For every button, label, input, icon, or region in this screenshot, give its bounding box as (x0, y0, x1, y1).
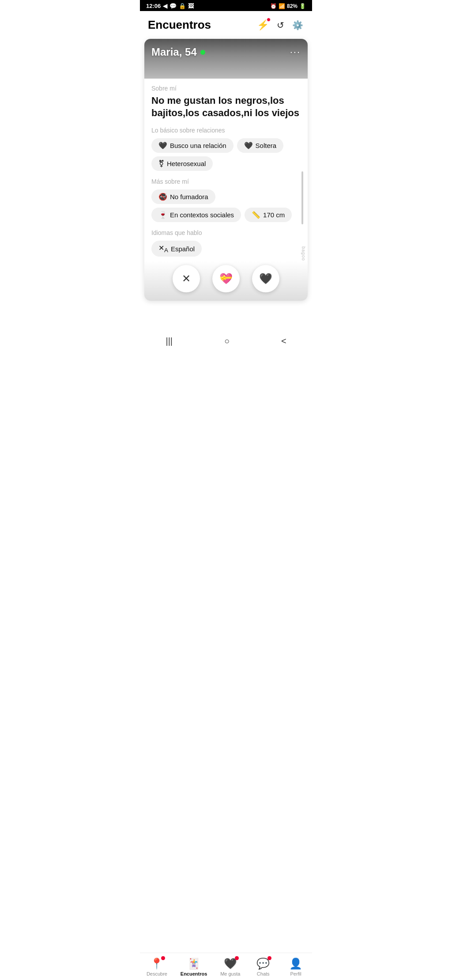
back-button[interactable]: < (281, 336, 286, 346)
time: 12:06 (146, 3, 161, 9)
tag-heterosexual: ⚧ Heterosexual (151, 156, 213, 171)
like-button[interactable]: 🖤 (252, 265, 279, 292)
alarm-icon: ⏰ (270, 3, 277, 9)
ruler-icon: 📏 (252, 211, 260, 219)
app-header: Encuentros ⚡ ↺ ⚙️ (140, 11, 312, 36)
nav-chats[interactable]: 💬 Chats (250, 957, 276, 976)
superlike-button[interactable]: 💝 (212, 265, 240, 292)
tag-social: 🍷 En contextos sociales (151, 208, 241, 222)
battery-icon: 🔋 (299, 3, 306, 9)
card-name: Maria, 54 (151, 46, 205, 58)
page-title: Encuentros (148, 18, 211, 32)
refresh-button[interactable]: ↺ (276, 19, 285, 32)
nav-megusta-icon: 🖤 (224, 957, 237, 970)
status-right: ⏰ 📶 82% 🔋 (270, 3, 306, 9)
profile-card: Maria, 54 ··· Sobre mí No me gustan los … (144, 39, 308, 301)
dislike-button[interactable]: ✕ (173, 265, 200, 292)
nav-descubre[interactable]: 📍 Descubre (143, 957, 171, 976)
wine-icon: 🍷 (158, 211, 167, 219)
header-actions: ⚡ ↺ ⚙️ (256, 19, 304, 32)
nav-encuentros[interactable]: 🃏 Encuentros (177, 957, 211, 976)
status-left: 12:06 ◀ 💬 🔒 🖼 (146, 3, 194, 9)
nav-perfil[interactable]: 👤 Perfil (282, 957, 309, 976)
card-menu-button[interactable]: ··· (290, 46, 301, 58)
refresh-icon: ↺ (277, 20, 284, 30)
dislike-icon: ✕ (182, 272, 191, 285)
tag-espanol: ✕A Español (151, 241, 202, 257)
chats-notif (267, 956, 271, 960)
nav-chats-label: Chats (257, 971, 270, 976)
superlike-icon: 💝 (219, 272, 233, 285)
bottom-nav: 📍 Descubre 🃏 Encuentros 🖤 Me gusta 💬 Cha… (140, 953, 312, 980)
nav-encuentros-icon: 🃏 (187, 957, 200, 970)
wifi-icon: 📶 (279, 3, 285, 9)
more-label: Más sobre mí (151, 178, 301, 185)
nav-perfil-label: Perfil (290, 971, 301, 976)
lightning-button[interactable]: ⚡ (256, 19, 270, 32)
card-bio: No me gustan los negros,los bajitos,los … (151, 95, 301, 119)
filter-button[interactable]: ⚙️ (291, 19, 304, 32)
lightning-notif-dot (267, 18, 271, 22)
tag-soltera: 🖤 Soltera (237, 138, 284, 153)
home-button[interactable]: ○ (224, 336, 230, 346)
online-indicator (200, 50, 205, 55)
relation-tags: 🖤 Busco una relación 🖤 Soltera ⚧ Heteros… (151, 138, 301, 171)
about-label: Sobre mí (151, 85, 301, 92)
nav-megusta[interactable]: 🖤 Me gusta (217, 957, 244, 976)
no-smoke-icon: 🚭 (158, 193, 167, 201)
heart-icon: 🖤 (158, 141, 167, 150)
nav-megusta-label: Me gusta (220, 971, 240, 976)
language-tags: ✕A Español (151, 241, 301, 257)
card-name-row: Maria, 54 ··· (151, 46, 301, 58)
nav-perfil-icon: 👤 (289, 957, 302, 970)
translate-icon: ✕A (158, 244, 168, 254)
more-section: Más sobre mí 🚭 No fumadora 🍷 En contexto… (151, 178, 301, 222)
heart2-icon: 🖤 (244, 141, 253, 150)
system-nav: ||| ○ < (140, 331, 312, 353)
tag-busco: 🖤 Busco una relación (151, 138, 234, 153)
gender-icon: ⚧ (158, 159, 164, 168)
status-bar: 12:06 ◀ 💬 🔒 🖼 ⏰ 📶 82% 🔋 (140, 0, 312, 11)
card-header-image: Maria, 54 ··· (144, 39, 308, 79)
recent-apps-button[interactable]: ||| (166, 336, 173, 346)
like-icon: 🖤 (259, 272, 272, 285)
more-tags: 🚭 No fumadora 🍷 En contextos sociales 📏 … (151, 189, 301, 222)
lock-icon: 🔒 (179, 3, 186, 9)
card-body: Sobre mí No me gustan los negros,los baj… (144, 79, 308, 257)
nav-descubre-label: Descubre (147, 971, 167, 976)
languages-section: Idiomas que hablo ✕A Español (151, 229, 301, 257)
megusta-notif (235, 956, 239, 960)
tag-no-fumadora: 🚭 No fumadora (151, 189, 215, 204)
descubre-notif (161, 956, 165, 960)
image-icon: 🖼 (188, 3, 194, 9)
filter-icon: ⚙️ (292, 20, 303, 30)
nav-descubre-icon: 📍 (150, 957, 163, 970)
watermark: bagoo (301, 246, 306, 261)
languages-label: Idiomas que hablo (151, 229, 301, 236)
nav-chats-icon: 💬 (256, 957, 270, 970)
tag-height: 📏 170 cm (245, 208, 292, 222)
location-icon: ◀ (163, 3, 167, 9)
nav-encuentros-label: Encuentros (181, 971, 207, 976)
scroll-indicator (301, 171, 303, 224)
battery-text: 82% (287, 3, 298, 9)
card-actions: ✕ 💝 🖤 (144, 261, 308, 301)
relations-label: Lo básico sobre relaciones (151, 127, 301, 134)
message-icon: 💬 (170, 3, 177, 9)
